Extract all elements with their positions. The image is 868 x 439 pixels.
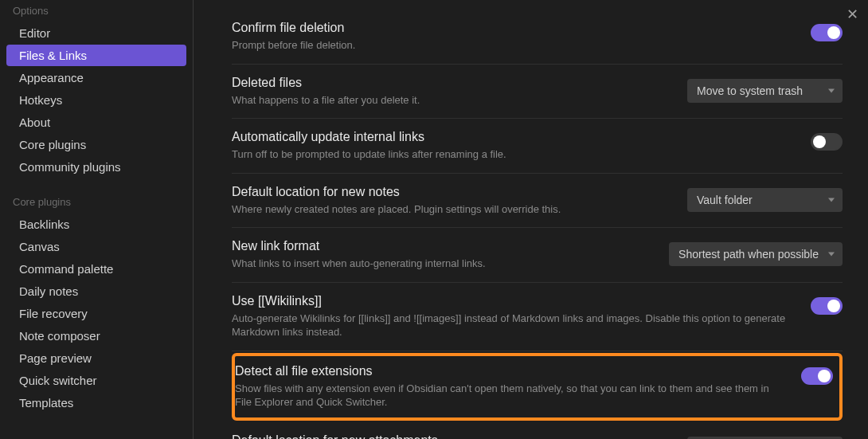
dropdown-select[interactable]: Vault folder (687, 188, 843, 212)
setting-description: Show files with any extension even if Ob… (235, 382, 785, 410)
toggle-switch[interactable] (811, 297, 843, 315)
setting-row: Confirm file deletionPrompt before file … (232, 10, 843, 65)
toggle-switch[interactable] (801, 367, 833, 385)
chevron-down-icon (828, 253, 835, 257)
sidebar-item[interactable]: Quick switcher (6, 370, 186, 391)
sidebar-item[interactable]: Canvas (6, 236, 186, 257)
setting-description: What happens to a file after you delete … (232, 93, 671, 108)
setting-description: Where newly created notes are placed. Pl… (232, 202, 671, 217)
dropdown-select[interactable]: Move to system trash (687, 79, 843, 103)
sidebar-item[interactable]: Page preview (6, 347, 186, 369)
setting-text: Use [[Wikilinks]]Auto-generate Wikilinks… (232, 294, 795, 339)
setting-control (811, 21, 843, 41)
sidebar-item[interactable]: Files & Links (6, 45, 186, 66)
toggle-switch[interactable] (811, 133, 843, 151)
settings-content: Confirm file deletionPrompt before file … (194, 0, 868, 439)
sidebar-item[interactable]: File recovery (6, 303, 186, 324)
setting-title: Confirm file deletion (232, 21, 795, 35)
setting-row: Default location for new attachmentsWher… (232, 422, 843, 439)
sidebar-item[interactable]: Community plugins (6, 156, 186, 178)
sidebar-item[interactable]: About (6, 112, 186, 133)
setting-control: Move to system trash (687, 76, 843, 103)
setting-text: Detect all file extensionsShow files wit… (235, 364, 785, 410)
setting-text: Default location for new attachmentsWher… (232, 433, 671, 439)
sidebar-item[interactable]: Core plugins (6, 134, 186, 155)
sidebar-item[interactable]: Templates (6, 392, 186, 414)
setting-title: Default location for new notes (232, 185, 671, 199)
dropdown-value: Shortest path when possible (678, 248, 819, 261)
toggle-switch[interactable] (811, 24, 843, 41)
setting-row: New link formatWhat links to insert when… (232, 228, 843, 283)
toggle-knob (813, 135, 826, 148)
sidebar-section-header: Options (0, 5, 193, 22)
dropdown-select[interactable]: Shortest path when possible (669, 242, 843, 266)
sidebar-section-header: Core plugins (0, 178, 193, 213)
toggle-knob (827, 26, 840, 39)
setting-control: Vault folder (687, 433, 843, 439)
setting-control: Shortest path when possible (669, 239, 843, 266)
sidebar-item[interactable]: Daily notes (6, 280, 186, 302)
setting-row: Detect all file extensionsShow files wit… (235, 364, 833, 410)
setting-row: Use [[Wikilinks]]Auto-generate Wikilinks… (232, 283, 843, 351)
toggle-knob (827, 300, 840, 312)
setting-control (801, 364, 833, 385)
setting-text: Confirm file deletionPrompt before file … (232, 21, 795, 53)
setting-text: Automatically update internal linksTurn … (232, 130, 795, 162)
settings-sidebar: OptionsEditorFiles & LinksAppearanceHotk… (0, 0, 194, 439)
setting-description: Prompt before file deletion. (232, 38, 795, 53)
sidebar-item[interactable]: Appearance (6, 67, 186, 88)
setting-text: Default location for new notesWhere newl… (232, 185, 671, 217)
setting-row: Deleted filesWhat happens to a file afte… (232, 65, 843, 120)
setting-text: New link formatWhat links to insert when… (232, 239, 653, 271)
highlighted-setting: Detect all file extensionsShow files wit… (232, 353, 843, 421)
setting-text: Deleted filesWhat happens to a file afte… (232, 76, 671, 108)
chevron-down-icon (828, 88, 835, 92)
setting-row: Automatically update internal linksTurn … (232, 119, 843, 174)
setting-title: Deleted files (232, 76, 671, 90)
sidebar-item[interactable]: Hotkeys (6, 89, 186, 111)
setting-description: What links to insert when auto-generatin… (232, 257, 653, 271)
toggle-knob (818, 370, 831, 382)
dropdown-value: Vault folder (697, 194, 753, 206)
setting-description: Auto-generate Wikilinks for [[links]] an… (232, 312, 795, 339)
close-button[interactable]: ✕ (843, 5, 862, 24)
setting-control (811, 130, 843, 151)
sidebar-item[interactable]: Note composer (6, 325, 186, 347)
close-icon: ✕ (846, 6, 858, 23)
setting-title: Use [[Wikilinks]] (232, 294, 795, 308)
setting-row: Default location for new notesWhere newl… (232, 174, 843, 229)
sidebar-item[interactable]: Command palette (6, 258, 186, 280)
dropdown-value: Move to system trash (697, 84, 803, 97)
chevron-down-icon (828, 198, 835, 202)
setting-control (811, 294, 843, 315)
setting-title: Detect all file extensions (235, 364, 785, 378)
setting-title: Automatically update internal links (232, 130, 795, 144)
setting-title: Default location for new attachments (232, 433, 671, 439)
sidebar-item[interactable]: Editor (6, 22, 186, 44)
settings-modal: ✕ OptionsEditorFiles & LinksAppearanceHo… (0, 0, 868, 439)
setting-title: New link format (232, 239, 653, 253)
setting-description: Turn off to be prompted to update links … (232, 147, 795, 162)
sidebar-item[interactable]: Backlinks (6, 214, 186, 235)
setting-control: Vault folder (687, 185, 843, 212)
